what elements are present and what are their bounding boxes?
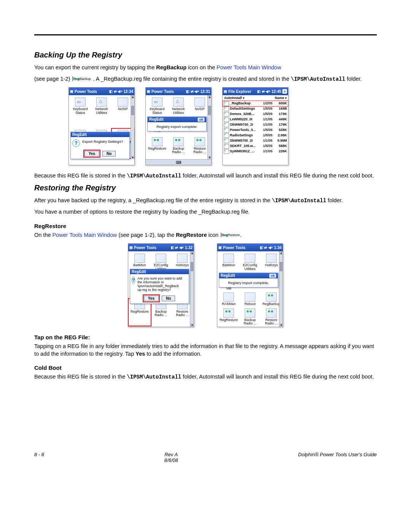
path-text: \IPSM\AutoInstall — [127, 374, 181, 380]
file-row[interactable]: _RegBackup1/2/05600K — [223, 101, 288, 106]
titlebar: ▤ Power Tools ◧ ⇄ ◀× 12:31 — [146, 88, 211, 95]
app-icon: ▤ — [70, 89, 73, 93]
dialog-title: RegEdit — [221, 273, 235, 278]
label: BattMon — [218, 264, 239, 267]
text: to add the information. — [147, 351, 201, 357]
device-powertools-import-prompt: ▤ Power Tools ◧ ⇄ ◀× 1:32 BattMon EZConf… — [128, 243, 194, 327]
text: icon — [209, 232, 220, 238]
para-5: You have a number of options to restore … — [34, 208, 377, 216]
icon-network-utilities[interactable]: Network Utilities — [91, 97, 112, 129]
text: (see page 1-2) — [34, 76, 72, 82]
icon-keyboard-status[interactable]: Keyboard Status — [70, 97, 91, 129]
label: RASMan — [218, 302, 239, 306]
sip-icon[interactable]: ⌨ — [176, 160, 181, 165]
text: . A _RegBackup.reg file containing the e… — [93, 76, 291, 82]
file-row[interactable]: ObWM5700_2I1/1/05179K — [223, 122, 288, 128]
label: Network Utilities — [168, 107, 189, 115]
title-text: File Explorer — [228, 89, 252, 94]
text: On the — [34, 232, 53, 238]
para-6: On the Power Tools Main Window (see page… — [34, 232, 377, 239]
file-row[interactable]: DefaultSettings1/5/05165B — [223, 106, 288, 112]
device-file-explorer: ▤ File Explorer ◧ ⇄ ◀× 12:45 × AutoInsta… — [222, 87, 288, 165]
bottom-bar: ⌨ — [146, 159, 211, 165]
scrollbar[interactable] — [131, 95, 134, 159]
text: You can export the current registry by t… — [34, 64, 156, 70]
footer-guide: Dolphin® Power Tools User's Guide — [298, 452, 377, 463]
text: Because this REG file is stored in the — [34, 173, 127, 179]
titlebar: ▤ Power Tools ◧ ⇄ ◀× 1:34 — [217, 244, 283, 251]
icon-keyboard-status[interactable]: Keyboard Status — [147, 97, 168, 118]
para-7: Tapping on a REG file in any folder imme… — [34, 343, 377, 358]
footer-rev: Rev A — [164, 452, 178, 457]
file-row[interactable]: PowerTools_3...1/5/05528K — [223, 128, 288, 133]
text-bold: RegRestore — [176, 232, 207, 238]
path-text: \IPSM\AutoInstall — [291, 76, 345, 82]
text: Because this REG file is stored in the — [34, 374, 127, 380]
file-row[interactable]: SDKRT_105.w...1/5/05588K — [223, 144, 288, 149]
para-8: Because this REG file is stored in the \… — [34, 373, 377, 381]
no-button[interactable]: No — [102, 151, 116, 157]
text: (see page 1-2), tap the — [118, 232, 176, 238]
dialog-title: RegEdit — [149, 117, 164, 122]
dialog-title: RegEdit — [132, 270, 146, 274]
file-row[interactable]: Demos_320B...1/5/05173K — [223, 112, 288, 117]
clock: 12:45 — [271, 89, 281, 94]
file-row[interactable]: SbWM5700_2I1/1/050.99M — [223, 138, 288, 144]
link-power-tools-main-window[interactable]: Power Tools Main Window — [53, 232, 117, 238]
label: Backup Radio ... — [239, 318, 261, 326]
icon-backup-radio[interactable]: Backup Radio ... — [239, 308, 261, 327]
page-top-rule — [34, 34, 377, 35]
signal-icon: ◧ ⇄ ◀× — [257, 89, 270, 93]
folder-dropdown[interactable]: AutoInstall — [224, 96, 244, 100]
para-1: You can export the current registry by t… — [34, 64, 377, 72]
label: RegRestore — [129, 310, 150, 313]
file-row[interactable]: SyWM5391Z_...1/1/05226K — [223, 149, 288, 154]
signal-icon: ◧ ⇄ ◀× — [109, 89, 122, 93]
dialog-export-question: RegEdit ?Export Registry Settings? Yes N… — [70, 132, 130, 159]
text: folder, AutoInstall will launch and inst… — [183, 374, 374, 380]
para-3: Because this REG file is stored in the \… — [34, 172, 377, 180]
clock: 12:34 — [123, 89, 133, 94]
app-icon: ▤ — [129, 246, 133, 249]
label: Keyboard Status — [147, 107, 168, 115]
heading-regrestore: RegRestore — [34, 223, 377, 229]
titlebar: ▤ Power Tools ◧ ⇄ ◀× 12:34 — [69, 88, 134, 95]
file-row[interactable]: LeWM5220_0I1/1/05449K — [223, 117, 288, 122]
close-icon[interactable]: × — [282, 89, 287, 94]
signal-icon: ◧ ⇄ ◀× — [171, 246, 184, 249]
no-button[interactable]: No — [162, 296, 175, 301]
icon-backup-radio[interactable]: Backup Radio ... — [168, 136, 189, 158]
ok-button[interactable]: ok — [198, 117, 205, 122]
regrestore-inline-icon: RegRestore — [221, 233, 239, 237]
icon-rasman[interactable]: RASMan — [218, 292, 239, 307]
yes-button[interactable]: Yes — [84, 151, 99, 157]
icon-reboot[interactable]: Reboot — [239, 292, 261, 307]
scrollbar[interactable] — [190, 251, 194, 327]
path-text: \IPSM\AutoInstall — [272, 198, 326, 204]
icon-regrestore[interactable]: RegRestore — [218, 308, 239, 327]
label: Keyboard Status — [70, 107, 91, 115]
text-bold: RegBackup — [156, 64, 186, 70]
dialog-text: Are you sure you want to add the informa… — [137, 276, 187, 292]
ok-button[interactable]: ok — [269, 273, 276, 278]
title-text: Power Tools — [75, 89, 97, 94]
text: After you have backed up the registry, a… — [34, 197, 272, 203]
heading-restoring: Restoring the Registry — [34, 184, 377, 192]
footer-center: Rev A 8/6/08 — [44, 452, 298, 463]
icon-ezconfig[interactable]: EZConfig Utilities — [239, 253, 261, 272]
label: EZConfig Utilities — [239, 264, 261, 271]
label: Backup Radio ... — [168, 147, 189, 154]
scrollbar[interactable] — [207, 95, 211, 159]
icon-network-utilities[interactable]: Network Utilities — [168, 97, 189, 118]
file-row[interactable]: RadioSettings1/5/052.95K — [223, 133, 288, 138]
icon-regrestore[interactable]: RegRestore — [147, 136, 168, 158]
title-text: Power Tools — [134, 246, 156, 250]
text: Tapping on a REG file in any folder imme… — [34, 343, 374, 357]
scrollbar[interactable] — [279, 251, 283, 327]
label: RegRestore — [147, 147, 168, 150]
icon-battmon[interactable]: BattMon — [218, 253, 239, 272]
yes-button[interactable]: Yes — [144, 296, 159, 301]
link-power-tools-main-window[interactable]: Power Tools Main Window — [217, 64, 281, 70]
sort-dropdown[interactable]: Name — [275, 96, 287, 100]
text: folder, AutoInstall will launch and inst… — [183, 173, 374, 179]
